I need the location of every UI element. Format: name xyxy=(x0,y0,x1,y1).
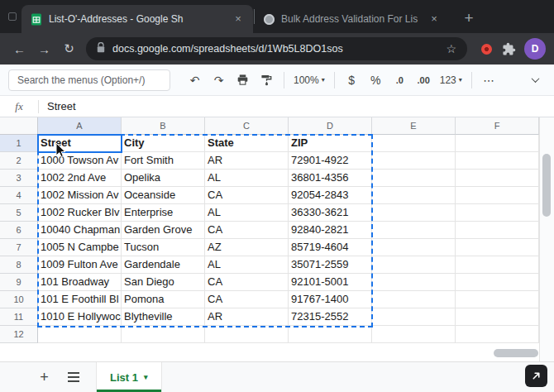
cell-D1[interactable]: ZIP xyxy=(289,135,372,152)
redo-button[interactable]: ↷ xyxy=(208,69,230,91)
sheet-tab-list1[interactable]: List 1 ▾ xyxy=(96,362,162,392)
cell-D6[interactable]: 92840-2821 xyxy=(289,222,372,239)
collapse-toolbar-chevron-icon[interactable] xyxy=(524,69,546,91)
cell-D3[interactable]: 36801-4356 xyxy=(289,170,372,187)
cell-F12[interactable] xyxy=(456,326,539,343)
row-header-3[interactable]: 3 xyxy=(0,170,38,187)
cell-D10[interactable]: 91767-1400 xyxy=(289,291,372,308)
cell-A9[interactable]: 101 Broadway xyxy=(38,274,122,291)
cell-C5[interactable]: AL xyxy=(205,204,289,222)
cell-F7[interactable] xyxy=(456,239,539,256)
new-tab-button[interactable]: + xyxy=(459,9,479,27)
reload-button[interactable]: ↻ xyxy=(58,38,80,60)
zoom-select[interactable]: 100% ▾ xyxy=(290,69,328,91)
column-header-B[interactable]: B xyxy=(122,117,205,135)
overlay-arrow-button[interactable] xyxy=(525,365,547,387)
number-format-button[interactable]: 123 ▾ xyxy=(437,69,466,91)
cell-C7[interactable]: AZ xyxy=(205,239,289,256)
format-currency-button[interactable]: $ xyxy=(341,69,363,91)
cell-E8[interactable] xyxy=(372,256,456,274)
cell-E5[interactable] xyxy=(372,204,456,222)
cell-A11[interactable]: 1010 E Hollywoc xyxy=(38,308,122,326)
row-header-5[interactable]: 5 xyxy=(0,204,38,222)
formula-input[interactable]: Street xyxy=(39,100,554,112)
add-sheet-button[interactable]: + xyxy=(33,366,55,389)
cell-B4[interactable]: Oceanside xyxy=(122,187,205,204)
cell-C8[interactable]: AL xyxy=(205,256,289,274)
cell-E1[interactable] xyxy=(372,135,456,152)
horizontal-scroll-thumb[interactable] xyxy=(494,349,538,357)
menu-search-input[interactable] xyxy=(8,69,170,91)
cell-E11[interactable] xyxy=(372,308,456,326)
cell-B6[interactable]: Garden Grove xyxy=(122,222,205,239)
cell-C3[interactable]: AL xyxy=(205,170,289,187)
cell-F5[interactable] xyxy=(456,204,539,222)
cell-E3[interactable] xyxy=(372,170,456,187)
forward-button[interactable]: → xyxy=(33,38,55,60)
cell-C4[interactable]: CA xyxy=(205,187,289,204)
column-header-D[interactable]: D xyxy=(289,117,372,135)
cell-E10[interactable] xyxy=(372,291,456,308)
cell-D9[interactable]: 92101-5001 xyxy=(289,274,372,291)
paint-format-button[interactable] xyxy=(256,69,278,91)
cell-C11[interactable]: AR xyxy=(205,308,289,326)
cell-D4[interactable]: 92054-2843 xyxy=(289,187,372,204)
cell-C1[interactable]: State xyxy=(205,135,289,152)
tab-close-icon[interactable]: × xyxy=(427,12,441,26)
cell-E2[interactable] xyxy=(372,152,456,170)
profile-avatar[interactable]: D xyxy=(524,38,546,60)
cell-E12[interactable] xyxy=(372,326,456,343)
cell-C10[interactable]: CA xyxy=(205,291,289,308)
cell-F11[interactable] xyxy=(456,308,539,326)
cell-F3[interactable] xyxy=(456,170,539,187)
cell-B1[interactable]: City xyxy=(122,135,205,152)
column-header-C[interactable]: C xyxy=(205,117,289,135)
cell-F1[interactable] xyxy=(456,135,539,152)
cell-B9[interactable]: San Diego xyxy=(122,274,205,291)
row-header-8[interactable]: 8 xyxy=(0,256,38,274)
cell-E4[interactable] xyxy=(372,187,456,204)
cell-A3[interactable]: 1002 2nd Ave xyxy=(38,170,122,187)
extensions-puzzle-icon[interactable] xyxy=(499,39,518,59)
row-header-12[interactable]: 12 xyxy=(0,326,38,343)
cell-C12[interactable] xyxy=(205,326,289,343)
cell-A4[interactable]: 1002 Mission Av xyxy=(38,187,122,204)
row-header-9[interactable]: 9 xyxy=(0,274,38,291)
column-header-E[interactable]: E xyxy=(372,117,456,135)
cell-B5[interactable]: Enterprise xyxy=(122,204,205,222)
vertical-scroll-thumb[interactable] xyxy=(542,154,551,217)
increase-decimal-button[interactable]: .00 xyxy=(413,69,435,91)
cell-D2[interactable]: 72901-4922 xyxy=(289,152,372,170)
all-sheets-button[interactable] xyxy=(62,366,84,389)
address-bar[interactable]: docs.google.com/spreadsheets/d/1Wb5L8DO1… xyxy=(86,37,467,60)
cell-E7[interactable] xyxy=(372,239,456,256)
print-button[interactable] xyxy=(232,69,254,91)
cell-D5[interactable]: 36330-3621 xyxy=(289,204,372,222)
row-header-11[interactable]: 11 xyxy=(0,308,38,326)
cell-B12[interactable] xyxy=(122,326,205,343)
cell-B3[interactable]: Opelika xyxy=(122,170,205,187)
cell-A7[interactable]: 1005 N Campbe xyxy=(38,239,122,256)
cell-F4[interactable] xyxy=(456,187,539,204)
cell-F9[interactable] xyxy=(456,274,539,291)
cell-E6[interactable] xyxy=(372,222,456,239)
undo-button[interactable]: ↶ xyxy=(184,69,206,91)
bookmark-star-icon[interactable]: ☆ xyxy=(446,42,456,55)
cell-A8[interactable]: 1009 Fulton Ave xyxy=(38,256,122,274)
cell-D7[interactable]: 85719-4604 xyxy=(289,239,372,256)
vertical-scrollbar[interactable] xyxy=(539,117,554,361)
cell-F2[interactable] xyxy=(456,152,539,170)
cell-B11[interactable]: Blytheville xyxy=(122,308,205,326)
back-button[interactable]: ← xyxy=(8,38,31,60)
decrease-decimal-button[interactable]: .0 xyxy=(389,69,411,91)
cell-F6[interactable] xyxy=(456,222,539,239)
more-toolbar-button[interactable]: ⋯ xyxy=(478,69,500,91)
cell-C9[interactable]: CA xyxy=(205,274,289,291)
cell-D8[interactable]: 35071-2559 xyxy=(289,256,372,274)
tab-close-icon[interactable]: × xyxy=(232,12,245,26)
cell-A6[interactable]: 10040 Chapman xyxy=(38,222,122,239)
cell-A12[interactable] xyxy=(38,326,122,343)
row-header-10[interactable]: 10 xyxy=(0,291,38,308)
cell-C6[interactable]: CA xyxy=(205,222,289,239)
cell-A2[interactable]: 1000 Towson Av xyxy=(38,152,122,170)
